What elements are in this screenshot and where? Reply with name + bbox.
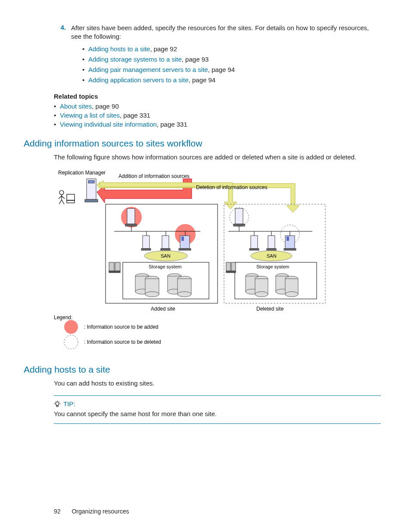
section-heading-workflow: Adding information sources to sites work…: [24, 138, 381, 149]
footer-title: Organizing resources: [72, 508, 129, 515]
svg-rect-52: [249, 249, 259, 250]
svg-rect-24: [179, 249, 191, 250]
rep-mgr-server-icon: [85, 179, 98, 202]
diag-san-2: SAN: [267, 253, 277, 258]
svg-line-80: [59, 401, 60, 402]
svg-rect-23: [181, 236, 184, 241]
lightbulb-icon: [54, 401, 61, 408]
step-number: 4.: [54, 24, 71, 88]
svg-rect-5: [85, 199, 98, 202]
svg-rect-12: [125, 224, 137, 226]
link-adding-pair-mgmt[interactable]: Adding pair management servers to a site: [88, 66, 208, 73]
svg-point-75: [56, 402, 59, 405]
svg-marker-6: [97, 179, 192, 203]
addition-arrow: [97, 179, 192, 203]
related-suffix: , page 90: [92, 103, 119, 110]
svg-rect-20: [162, 236, 169, 249]
step-body: After sites have been added, specify the…: [71, 24, 381, 88]
diag-storage-1: Storage system: [149, 264, 181, 269]
svg-point-35: [145, 292, 159, 297]
svg-point-41: [177, 292, 191, 297]
related-suffix: , page 331: [157, 121, 187, 128]
bullet-suffix: , page 94: [208, 66, 235, 73]
diag-added-site-label: Added site: [151, 306, 175, 312]
diag-legend-add: : Information source to be added: [84, 324, 159, 330]
diag-addition-label: Addition of information sources: [118, 173, 190, 179]
svg-point-68: [255, 292, 268, 297]
svg-rect-29: [109, 271, 120, 273]
section2-content: You can add hosts to existing sites. TIP…: [54, 379, 381, 424]
tip-label: TIP:: [63, 400, 75, 408]
user-icon: [59, 190, 75, 204]
diag-storage-2: Storage system: [256, 264, 289, 269]
related-suffix: , page 331: [120, 112, 150, 119]
link-about-sites[interactable]: About sites: [60, 103, 92, 110]
tip-text: You cannot specify the same host for mor…: [54, 410, 381, 417]
diag-deletion-label: Deletion of information sources: [196, 184, 267, 190]
svg-rect-56: [286, 236, 289, 241]
tip-head: TIP:: [54, 400, 381, 408]
step-4: 4. After sites have been added, specify …: [54, 24, 381, 88]
step-bullets: Adding hosts to a site, page 92 Adding s…: [82, 45, 381, 85]
page-number: 92: [54, 508, 61, 515]
svg-rect-19: [141, 249, 151, 250]
diag-legend-del: : Information source to be deleted: [84, 339, 161, 345]
svg-rect-45: [234, 224, 245, 226]
bullet-item: Adding application servers to a site, pa…: [82, 76, 381, 84]
workflow-diagram: Replication Manager: [54, 168, 381, 354]
link-viewing-list[interactable]: Viewing a list of sites: [60, 112, 120, 119]
diag-rep-mgr-label: Replication Manager: [58, 170, 106, 176]
section-heading-adding-hosts: Adding hosts to a site: [24, 364, 381, 375]
link-viewing-individual[interactable]: Viewing individual site information: [60, 121, 157, 128]
tip-block: TIP: You cannot specify the same host fo…: [54, 395, 381, 424]
link-adding-hosts[interactable]: Adding hosts to a site: [88, 45, 150, 53]
svg-rect-18: [143, 236, 149, 249]
bullet-item: Adding hosts to a site, page 92: [82, 45, 381, 53]
link-adding-storage[interactable]: Adding storage systems to a site: [88, 56, 182, 63]
svg-rect-2: [67, 200, 75, 203]
svg-rect-51: [251, 236, 258, 249]
svg-rect-1: [67, 194, 75, 200]
related-item: About sites, page 90: [54, 103, 381, 110]
related-item: Viewing individual site information, pag…: [54, 121, 381, 128]
svg-rect-11: [127, 208, 135, 224]
added-site-internals: SAN Storage system: [109, 207, 209, 299]
svg-rect-4: [88, 180, 94, 183]
bullet-item: Adding storage systems to a site, page 9…: [82, 55, 381, 64]
diag-deleted-site-label: Deleted site: [256, 306, 284, 312]
legend-add-icon: [64, 320, 78, 334]
diag-san-1: SAN: [161, 253, 171, 258]
related-list: About sites, page 90 Viewing a list of s…: [54, 103, 381, 128]
bullet-suffix: , page 92: [150, 45, 177, 53]
svg-rect-54: [267, 249, 276, 250]
page-footer: 92 Organizing resources: [54, 508, 129, 515]
svg-rect-61: [231, 262, 236, 271]
bullet-suffix: , page 94: [189, 76, 216, 84]
svg-point-0: [59, 190, 64, 195]
svg-point-74: [285, 292, 298, 297]
svg-rect-81: [56, 405, 58, 407]
bullet-suffix: , page 93: [182, 56, 209, 63]
svg-rect-57: [284, 249, 296, 250]
related-item: Viewing a list of sites, page 331: [54, 112, 381, 119]
section1-para: The following figure shows how informati…: [54, 153, 381, 162]
svg-rect-28: [115, 262, 120, 271]
page: 4. After sites have been added, specify …: [0, 0, 411, 532]
diag-legend-label: Legend:: [54, 314, 72, 320]
section2-para: You can add hosts to existing sites.: [54, 379, 381, 388]
svg-rect-44: [235, 208, 243, 224]
svg-rect-60: [226, 262, 230, 271]
related-heading: Related topics: [54, 93, 381, 100]
link-adding-app-servers[interactable]: Adding application servers to a site: [88, 76, 189, 84]
main-content: 4. After sites have been added, specify …: [54, 24, 381, 128]
svg-rect-53: [268, 236, 275, 249]
svg-rect-21: [161, 249, 170, 250]
deleted-site-internals: SAN Storage system: [226, 208, 317, 299]
step-text: After sites have been added, specify the…: [71, 24, 369, 40]
svg-line-79: [55, 401, 56, 402]
legend-del-icon: [64, 335, 78, 349]
svg-rect-62: [226, 271, 236, 273]
svg-rect-27: [109, 262, 114, 271]
section1-content: The following figure shows how informati…: [54, 153, 381, 354]
bullet-item: Adding pair management servers to a site…: [82, 65, 381, 74]
